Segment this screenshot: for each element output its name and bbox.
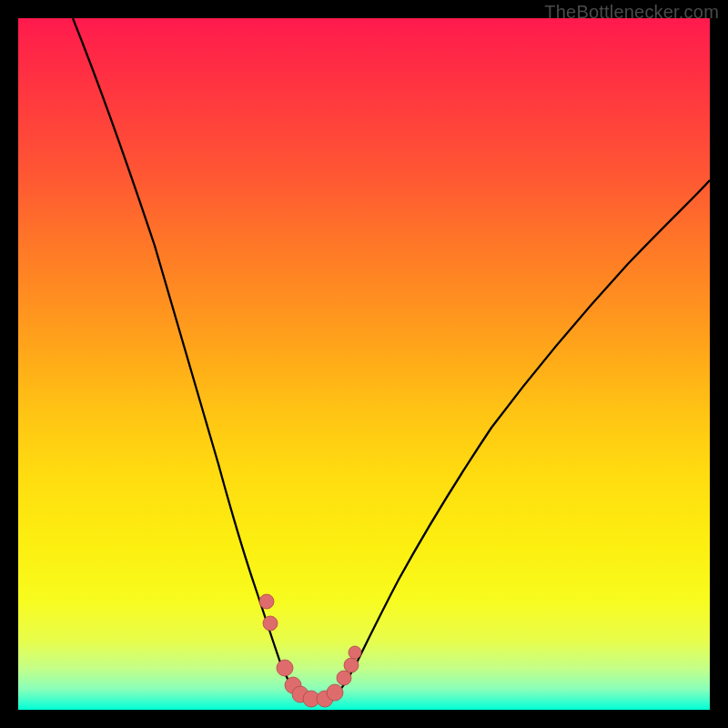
plot-area — [18, 18, 710, 710]
marker-point — [263, 616, 278, 631]
marker-point — [337, 671, 351, 685]
marker-point — [344, 658, 359, 672]
marker-point — [259, 594, 274, 609]
outer-frame: TheBottlenecker.com — [0, 0, 728, 728]
right-curve-path — [332, 180, 710, 698]
marker-point — [327, 684, 343, 701]
marker-group — [259, 594, 361, 707]
marker-point — [349, 646, 361, 659]
marker-point — [277, 660, 293, 676]
chart-svg — [18, 18, 710, 710]
